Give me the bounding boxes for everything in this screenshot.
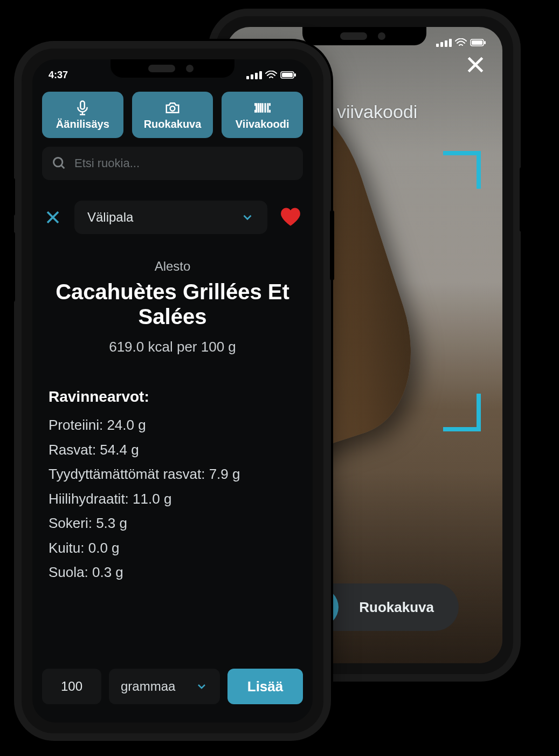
- voice-add-button[interactable]: Äänilisäys: [42, 92, 123, 138]
- svg-point-7: [170, 106, 175, 111]
- scanner-close-button[interactable]: [463, 52, 488, 78]
- close-icon: [45, 209, 61, 225]
- add-label: Lisää: [247, 678, 284, 695]
- food-brand: Alesto: [49, 259, 296, 274]
- svg-rect-6: [81, 101, 85, 109]
- nutrition-line: Proteiini: 24.0 g: [49, 413, 296, 438]
- svg-rect-2: [484, 41, 486, 44]
- search-input[interactable]: [74, 156, 293, 170]
- battery-icon: [280, 71, 296, 79]
- svg-point-8: [54, 158, 63, 167]
- scan-frame-corner: [443, 394, 481, 431]
- pill-label: Ruokakuva: [359, 599, 434, 616]
- signal-icon: [436, 39, 452, 47]
- top-actions: Äänilisäys Ruokakuva Viivakoodi: [42, 92, 303, 138]
- chevron-down-icon: [195, 680, 208, 693]
- nutrition-title: Ravinnearvot:: [49, 388, 296, 406]
- status-time: 4:37: [243, 37, 262, 49]
- nutrition-line: Kuitu: 0.0 g: [49, 536, 296, 561]
- food-header: Alesto Cacahuètes Grillées Et Salées 619…: [49, 259, 296, 355]
- phone-front: 4:37 Äänilisäys Ruokakuva: [22, 49, 323, 733]
- svg-rect-5: [294, 73, 296, 77]
- barcode-icon: [254, 100, 271, 116]
- status-icons: [246, 71, 296, 79]
- side-button: [11, 178, 15, 216]
- camera-icon: [164, 100, 181, 116]
- status-time: 4:37: [49, 70, 68, 81]
- add-button[interactable]: Lisää: [227, 669, 303, 704]
- close-icon: [465, 54, 486, 75]
- heart-icon: [279, 206, 302, 229]
- search-icon: [52, 156, 67, 171]
- meal-select-value: Välipala: [87, 210, 133, 225]
- scanner-mode-photo[interactable]: Ruokakuva: [339, 588, 454, 627]
- meal-select[interactable]: Välipala: [74, 201, 267, 234]
- nutrition-line: Hiilihydraatit: 11.0 g: [49, 487, 296, 512]
- quantity-value: 100: [61, 679, 82, 694]
- side-button: [520, 167, 524, 232]
- battery-icon: [470, 39, 486, 46]
- meal-row: Välipala: [42, 201, 303, 234]
- status-icons: [436, 38, 486, 47]
- nutrition-block: Ravinnearvot: Proteiini: 24.0 g Rasvat: …: [49, 388, 296, 585]
- dismiss-button[interactable]: [42, 207, 64, 228]
- nutrition-line: Suola: 0.3 g: [49, 560, 296, 585]
- quantity-input[interactable]: 100: [42, 669, 101, 704]
- nutrition-line: Tyydyttämättömät rasvat: 7.9 g: [49, 462, 296, 487]
- food-name: Cacahuètes Grillées Et Salées: [49, 279, 296, 329]
- svg-rect-1: [472, 40, 482, 45]
- barcode-button[interactable]: Viivakoodi: [222, 92, 303, 138]
- wifi-icon: [265, 71, 277, 79]
- favorite-button[interactable]: [278, 205, 303, 230]
- button-label: Viivakoodi: [236, 118, 289, 130]
- unit-value: grammaa: [121, 679, 175, 694]
- search-bar[interactable]: [42, 147, 303, 180]
- chevron-down-icon: [240, 210, 254, 224]
- food-photo-button[interactable]: Ruokakuva: [132, 92, 213, 138]
- mic-icon: [74, 100, 91, 116]
- wifi-icon: [455, 38, 467, 47]
- button-label: Äänilisäys: [56, 118, 109, 130]
- status-bar: 4:37: [32, 67, 313, 83]
- side-button: [330, 210, 334, 280]
- signal-icon: [246, 71, 262, 79]
- food-detail-screen: 4:37 Äänilisäys Ruokakuva: [32, 59, 313, 723]
- bottom-row: 100 grammaa Lisää: [42, 669, 303, 704]
- scan-frame-corner: [443, 151, 481, 189]
- nutrition-line: Sokeri: 5.3 g: [49, 511, 296, 536]
- svg-rect-4: [282, 73, 293, 77]
- button-label: Ruokakuva: [144, 118, 202, 130]
- unit-select[interactable]: grammaa: [109, 669, 220, 704]
- nutrition-line: Rasvat: 54.4 g: [49, 438, 296, 463]
- side-button: [11, 232, 15, 302]
- kcal-line: 619.0 kcal per 100 g: [49, 339, 296, 355]
